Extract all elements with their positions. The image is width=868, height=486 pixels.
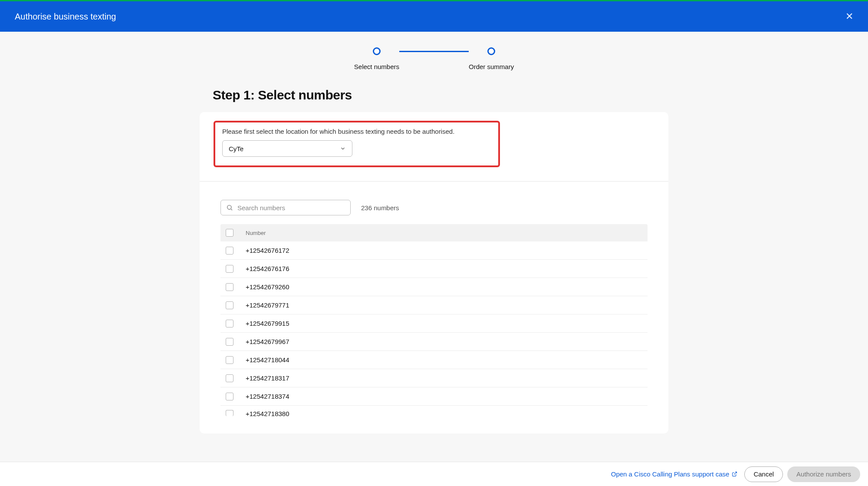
phone-number: +12542679967 [246,338,289,345]
location-instruction: Please first select the location for whi… [222,128,491,135]
numbers-table: Number +12542676172 +12542676176 +125426… [200,224,668,433]
modal-title: Authorise business texting [15,12,116,22]
table-row[interactable]: +12542676172 [220,241,648,260]
row-checkbox[interactable] [226,320,233,327]
chevron-down-icon [340,145,346,152]
row-checkbox[interactable] [226,247,233,255]
table-row[interactable]: +12542676176 [220,260,648,278]
row-checkbox[interactable] [226,265,233,273]
table-row[interactable]: +12542679771 [220,296,648,314]
table-row[interactable]: +12542718044 [220,351,648,369]
row-checkbox[interactable] [226,301,233,309]
modal-header: Authorise business texting ✕ [0,1,868,32]
phone-number: +12542718317 [246,374,289,382]
row-checkbox[interactable] [226,283,233,291]
table-row[interactable]: +12542718317 [220,369,648,387]
row-checkbox[interactable] [226,338,233,346]
step-connector [399,51,469,52]
table-row[interactable]: +12542679967 [220,333,648,351]
select-all-checkbox[interactable] [226,229,233,237]
external-link-icon [732,471,737,477]
table-row[interactable]: +12542679915 [220,314,648,333]
location-select-value: CyTe [229,145,243,152]
authorize-numbers-button[interactable]: Authorize numbers [787,466,860,482]
cancel-button[interactable]: Cancel [744,466,783,482]
search-input-wrapper[interactable] [220,200,351,215]
row-checkbox[interactable] [226,356,233,364]
step-1: Select numbers [354,47,399,70]
table-row[interactable]: +12542718380 [220,406,648,420]
step-circle-icon [487,47,495,55]
step-circle-icon [373,47,381,55]
results-count: 236 numbers [361,204,399,212]
close-icon[interactable]: ✕ [845,11,853,22]
step-2-label: Order summary [469,63,514,70]
table-row[interactable]: +12542679260 [220,278,648,296]
support-link-text: Open a Cisco Calling Plans support case [611,470,730,478]
step-1-label: Select numbers [354,63,399,70]
table-row[interactable]: +12542718374 [220,387,648,406]
phone-number: +12542718374 [246,393,289,400]
phone-number: +12542676172 [246,247,289,254]
location-select[interactable]: CyTe [222,140,352,157]
highlight-annotation: Please first select the location for whi… [214,121,500,167]
phone-number: +12542718380 [246,410,289,417]
search-input[interactable] [237,204,345,212]
row-checkbox[interactable] [226,410,233,416]
row-checkbox[interactable] [226,393,233,400]
svg-point-0 [227,205,231,209]
step-2: Order summary [469,47,514,70]
support-link[interactable]: Open a Cisco Calling Plans support case [611,470,738,478]
progress-stepper: Select numbers Order summary [0,32,868,79]
table-header-row: Number [220,224,648,241]
search-icon [226,204,233,211]
phone-number: +12542676176 [246,265,289,272]
row-checkbox[interactable] [226,374,233,382]
page-title: Step 1: Select numbers [213,88,673,102]
phone-number: +12542718044 [246,356,289,364]
selection-card: Please first select the location for whi… [200,112,668,433]
svg-line-1 [231,209,232,210]
phone-number: +12542679915 [246,320,289,327]
phone-number: +12542679771 [246,301,289,309]
footer-bar: Open a Cisco Calling Plans support case … [0,462,868,486]
phone-number: +12542679260 [246,283,289,291]
svg-line-2 [734,472,737,475]
column-header-number: Number [246,230,266,236]
